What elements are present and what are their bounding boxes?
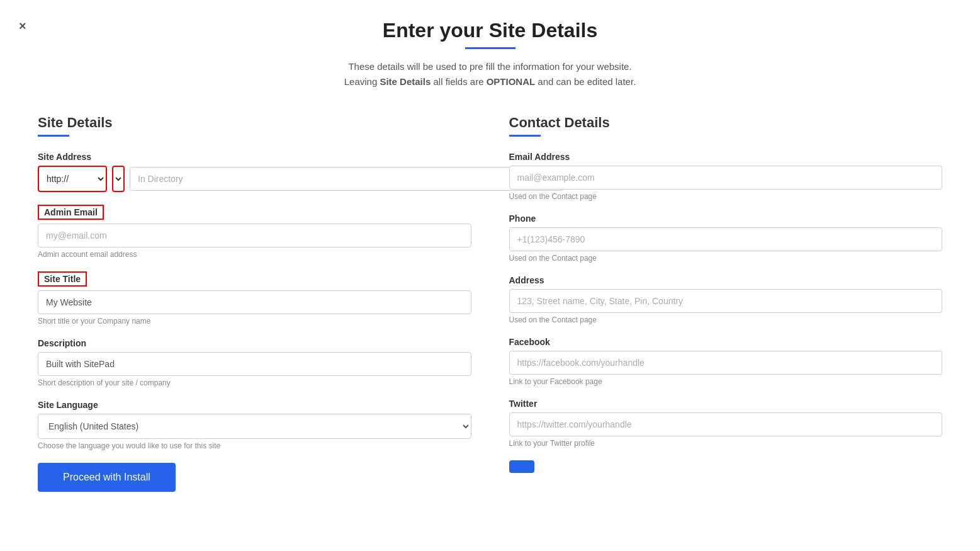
contact-email-input[interactable] <box>509 166 943 190</box>
page-title: Enter your Site Details <box>38 19 942 42</box>
phone-label: Phone <box>509 213 943 224</box>
site-details-underline <box>38 135 69 137</box>
site-details-section: Site Details Site Address http:// https:… <box>38 115 471 492</box>
phone-group: Phone Used on the Contact page <box>509 213 943 263</box>
contact-email-group: Email Address Used on the Contact page <box>509 152 943 201</box>
contact-details-underline <box>509 135 541 137</box>
header-underline <box>465 47 515 49</box>
admin-email-hint: Admin account email address <box>38 250 471 259</box>
site-title-hint: Short title or your Company name <box>38 317 471 326</box>
twitter-label: Twitter <box>509 399 943 409</box>
two-column-layout: Site Details Site Address http:// https:… <box>38 115 942 492</box>
protocol-select[interactable]: http:// https:// <box>38 166 107 192</box>
site-address-row: http:// https:// bk.id.vn <box>38 166 471 192</box>
description-group: Description Short description of your si… <box>38 338 471 387</box>
twitter-input[interactable] <box>509 412 943 436</box>
site-language-hint: Choose the language you would like to us… <box>38 441 471 450</box>
site-language-label: Site Language <box>38 400 471 410</box>
address-input[interactable] <box>509 289 943 313</box>
header-subtitle-2: Leaving Site Details all fields are OPTI… <box>38 74 942 89</box>
site-language-group: Site Language English (United States) Fr… <box>38 400 471 450</box>
description-label: Description <box>38 338 471 348</box>
close-icon[interactable]: × <box>19 19 26 33</box>
phone-hint: Used on the Contact page <box>509 254 943 263</box>
facebook-group: Facebook Link to your Facebook page <box>509 337 943 386</box>
site-title-group: Site Title Short title or your Company n… <box>38 271 471 326</box>
contact-email-label: Email Address <box>509 152 943 162</box>
page-header: Enter your Site Details These details wi… <box>38 19 942 89</box>
page-wrapper: × Enter your Site Details These details … <box>0 0 980 530</box>
twitter-hint: Link to your Twitter profile <box>509 439 943 448</box>
site-address-group: Site Address http:// https:// bk.id.vn <box>38 152 471 192</box>
contact-details-section: Contact Details Email Address Used on th… <box>509 115 943 492</box>
phone-input[interactable] <box>509 227 943 251</box>
site-address-label: Site Address <box>38 152 471 162</box>
header-subtitle-1: These details will be used to pre fill t… <box>38 59 942 74</box>
site-language-select[interactable]: English (United States) French Spanish G… <box>38 414 471 439</box>
contact-details-title: Contact Details <box>509 115 943 131</box>
twitter-group: Twitter Link to your Twitter profile <box>509 399 943 448</box>
site-title-input[interactable] <box>38 290 471 314</box>
facebook-hint: Link to your Facebook page <box>509 377 943 386</box>
facebook-label: Facebook <box>509 337 943 347</box>
admin-email-group: Admin Email Admin account email address <box>38 205 471 259</box>
admin-email-input[interactable] <box>38 224 471 247</box>
admin-email-label: Admin Email <box>38 205 104 220</box>
contact-email-hint: Used on the Contact page <box>509 192 943 201</box>
facebook-input[interactable] <box>509 351 943 375</box>
domain-select[interactable]: bk.id.vn <box>112 166 125 192</box>
site-title-label: Site Title <box>38 271 87 287</box>
directory-input[interactable] <box>130 167 563 191</box>
address-group: Address Used on the Contact page <box>509 275 943 324</box>
description-input[interactable] <box>38 352 471 376</box>
scroll-more-indicator <box>509 460 534 473</box>
address-label: Address <box>509 275 943 285</box>
proceed-button[interactable]: Proceed with Install <box>38 463 176 492</box>
address-hint: Used on the Contact page <box>509 315 943 324</box>
description-hint: Short description of your site / company <box>38 378 471 387</box>
site-details-title: Site Details <box>38 115 471 131</box>
